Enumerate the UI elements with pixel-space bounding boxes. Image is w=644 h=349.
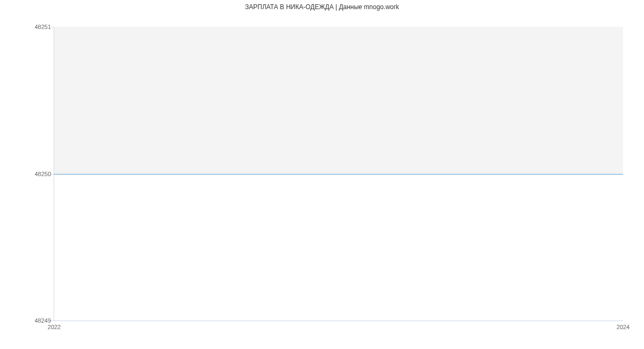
chart-title: ЗАРПЛАТА В НИКА-ОДЕЖДА | Данные mnogo.wo… — [0, 3, 644, 11]
x-tick-label: 2024 — [617, 324, 630, 330]
x-tick-label: 2022 — [48, 324, 61, 330]
y-tick-label: 48250 — [34, 171, 51, 177]
y-tick-label: 48251 — [34, 24, 51, 30]
plot-area: 48251 48250 48249 2022 2024 — [54, 27, 623, 321]
y-tick-label: 48249 — [34, 317, 51, 324]
y-tick-mark — [51, 174, 54, 174]
y-tick-mark — [51, 321, 54, 321]
salary-chart: ЗАРПЛАТА В НИКА-ОДЕЖДА | Данные mnogo.wo… — [0, 0, 644, 349]
plot-band-upper — [54, 27, 623, 174]
y-tick-mark — [51, 27, 54, 27]
plot-band-lower — [54, 174, 623, 321]
series-line — [54, 174, 623, 174]
